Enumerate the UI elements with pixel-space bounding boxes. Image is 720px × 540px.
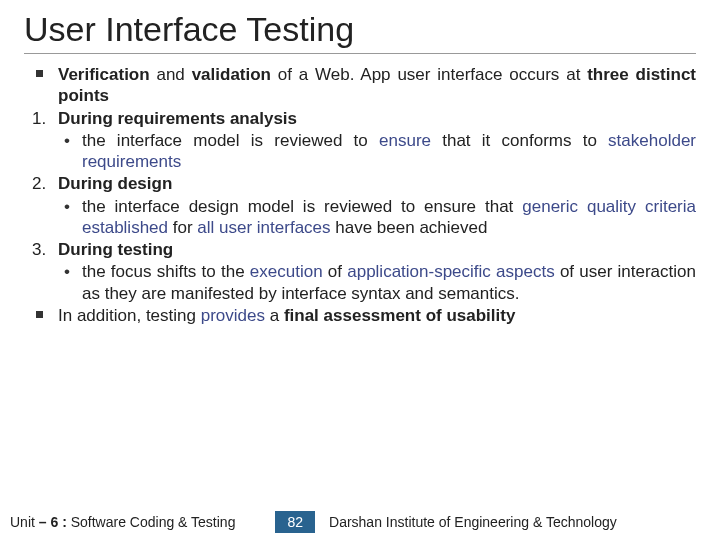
kw-ensure: ensure <box>379 131 431 150</box>
slide-title: User Interface Testing <box>24 10 696 54</box>
kw-app-specific: application-specific aspects <box>347 262 560 281</box>
item-2-sub: the interface design model is reviewed t… <box>24 196 696 239</box>
item-3-number: 3. <box>32 239 46 260</box>
item-3-title: During testing <box>58 240 173 259</box>
item-2-number: 2. <box>32 173 46 194</box>
footer-unit: Unit – 6 : Software Coding & Testing <box>10 514 235 530</box>
bullet-final: In addition, testing provides a final as… <box>24 305 696 326</box>
page-number: 82 <box>275 511 315 533</box>
item-3: 3.During testing <box>24 239 696 260</box>
kw-verification: Verification <box>58 65 150 84</box>
slide-body: Verification and validation of a Web. Ap… <box>24 64 696 326</box>
kw-provides: provides <box>201 306 265 325</box>
kw-execution: execution <box>250 262 323 281</box>
item-1-number: 1. <box>32 108 46 129</box>
item-2: 2.During design <box>24 173 696 194</box>
item-3-sub: the focus shifts to the execution of app… <box>24 261 696 304</box>
item-1-sub: the interface model is reviewed to ensur… <box>24 130 696 173</box>
bullet-intro: Verification and validation of a Web. Ap… <box>24 64 696 107</box>
slide: User Interface Testing Verification and … <box>0 0 720 540</box>
kw-all-ui: all user interfaces <box>197 218 330 237</box>
slide-footer: Unit – 6 : Software Coding & Testing 82 … <box>0 510 720 540</box>
kw-validation: validation <box>192 65 271 84</box>
footer-institute: Darshan Institute of Engineering & Techn… <box>329 514 710 530</box>
kw-final-assessment: final assessment of usability <box>284 306 515 325</box>
item-2-title: During design <box>58 174 172 193</box>
item-1-title: During requirements analysis <box>58 109 297 128</box>
item-1: 1.During requirements analysis <box>24 108 696 129</box>
